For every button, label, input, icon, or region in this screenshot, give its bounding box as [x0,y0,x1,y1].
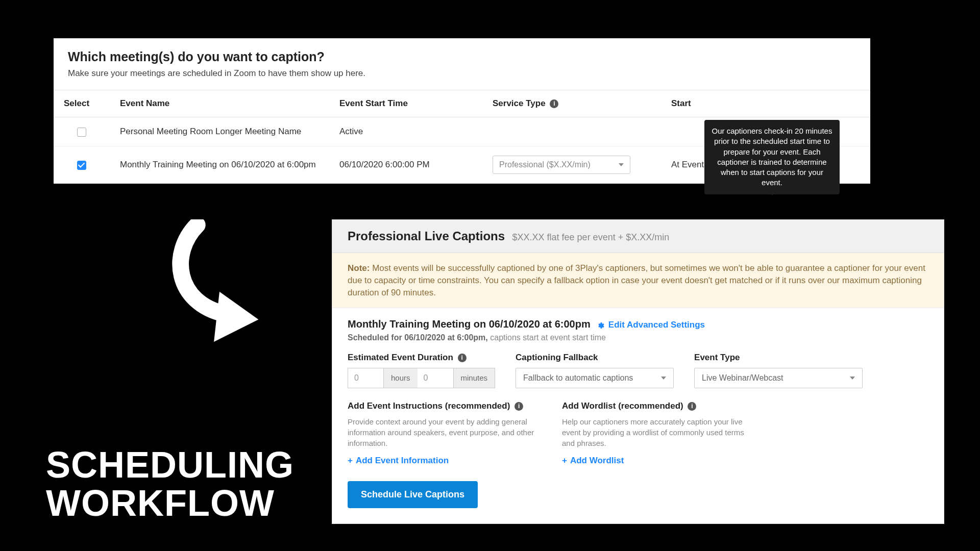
chevron-down-icon [619,163,624,166]
service-type-value: Professional ($X.XX/min) [499,160,591,169]
config-title: Professional Live Captions [348,229,505,243]
meeting-select-panel: Which meeting(s) do you want to caption?… [54,38,870,184]
minutes-input[interactable]: 0 [418,368,453,388]
event-title: Monthly Training Meeting on 06/10/2020 a… [348,318,591,330]
col-service-type-label: Service Type [493,98,546,108]
chevron-down-icon [661,377,666,380]
event-sub-strong: Scheduled for 06/10/2020 at 6:00pm, [348,333,488,342]
instructions-field: Add Event Instructions (recommended) i P… [348,401,542,466]
cell-service-type [482,117,661,146]
row-checkbox[interactable] [77,128,86,137]
event-subtitle: Scheduled for 06/10/2020 at 6:00pm, capt… [348,333,928,342]
add-event-info-link[interactable]: +Add Event Information [348,456,449,465]
panel-subheading: Make sure your meetings are scheduled in… [54,68,870,90]
instructions-label: Add Event Instructions (recommended) [348,401,510,411]
caption-line-1: SCHEDULING [46,446,294,485]
instructions-help: Provide context around your event by add… [348,416,542,448]
gear-icon[interactable] [596,320,604,329]
note-body: Most events will be successfully caption… [348,263,925,297]
svg-marker-0 [214,292,258,342]
note-label: Note: [348,263,370,273]
config-price: $XX.XX flat fee per event + $X.XX/min [512,232,670,242]
add-wordlist-text: Add Wordlist [570,456,624,465]
fallback-value: Fallback to automatic captions [523,373,633,383]
col-event-name: Event Name [110,90,329,117]
info-icon[interactable]: i [550,99,558,108]
event-sub-rest: captions start at event start time [488,333,606,342]
fallback-field: Captioning Fallback Fallback to automati… [516,353,674,388]
minutes-unit: minutes [453,368,496,388]
arrow-icon [163,219,276,342]
config-header: Professional Live Captions $XX.XX flat f… [332,220,944,253]
cell-event-start: 06/10/2020 6:00:00 PM [329,146,482,184]
fallback-select[interactable]: Fallback to automatic captions [516,368,674,388]
event-type-value: Live Webinar/Webcast [702,373,783,383]
wordlist-field: Add Wordlist (recommended) i Help our ca… [562,401,756,466]
service-type-select[interactable]: Professional ($X.XX/min) [493,156,630,174]
info-icon[interactable]: i [688,402,696,411]
edit-advanced-settings-link[interactable]: Edit Advanced Settings [608,320,705,330]
row-checkbox[interactable] [77,161,86,170]
plus-icon: + [562,456,567,465]
duration-field: Estimated Event Duration i 0 hours 0 min… [348,353,495,388]
info-icon[interactable]: i [458,354,467,362]
hours-input[interactable]: 0 [348,368,383,388]
col-event-start: Event Start Time [329,90,482,117]
add-wordlist-link[interactable]: +Add Wordlist [562,456,624,465]
fallback-label: Captioning Fallback [516,353,674,363]
cell-event-name: Personal Meeting Room Longer Meeting Nam… [110,117,329,146]
slide-caption: SCHEDULING WORKFLOW [46,446,294,523]
captions-config-panel: Professional Live Captions $XX.XX flat f… [332,219,944,524]
duration-label: Estimated Event Duration [348,353,453,362]
info-icon[interactable]: i [514,402,523,411]
plus-icon: + [348,456,353,465]
panel-heading: Which meeting(s) do you want to caption? [54,49,870,68]
event-type-label: Event Type [694,353,863,363]
config-note: Note: Most events will be successfully c… [332,253,944,308]
cell-event-start: Active [329,117,482,146]
chevron-down-icon [850,377,855,380]
add-event-info-text: Add Event Information [356,456,449,465]
event-type-select[interactable]: Live Webinar/Webcast [694,368,863,388]
hours-unit: hours [383,368,418,388]
caption-line-2: WORKFLOW [46,484,294,523]
schedule-live-captions-button[interactable]: Schedule Live Captions [348,481,478,508]
slide: Which meeting(s) do you want to caption?… [0,0,980,551]
col-start-captions: Start [661,90,870,117]
col-service-type: Service Type i [482,90,661,117]
col-select: Select [54,90,110,117]
event-type-field: Event Type Live Webinar/Webcast [694,353,863,388]
wordlist-help: Help our captioners more accurately capt… [562,416,756,448]
cell-event-name: Monthly Training Meeting on 06/10/2020 a… [110,146,329,184]
start-captions-tooltip: Our captioners check-in 20 minutes prior… [704,120,840,194]
wordlist-label: Add Wordlist (recommended) [562,401,683,411]
